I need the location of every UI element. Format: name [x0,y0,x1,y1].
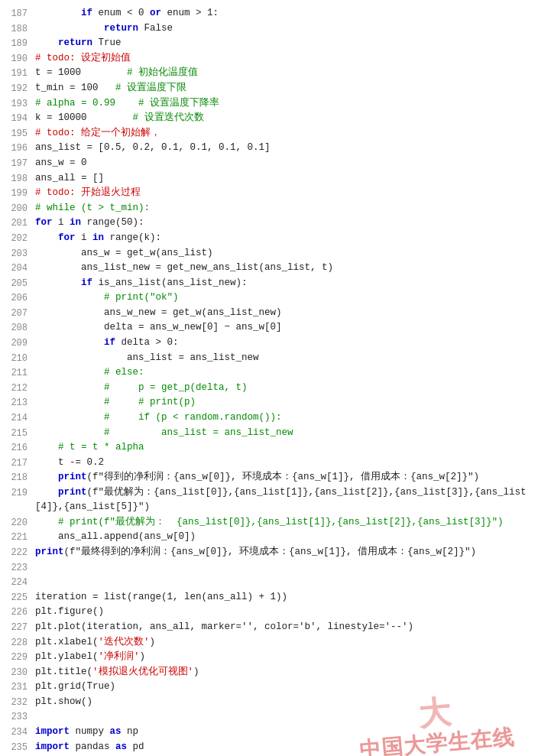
line-number: 227 [0,620,35,635]
line-code: print(f"得到的净利润：{ans_w[0]}, 环境成本：{ans_w[1… [35,470,535,485]
line-code: ans_w = get_w(ans_list) [35,246,535,261]
line-code: ans_w_new = get_w(ans_list_new) [35,306,535,320]
line-number: 222 [0,545,35,560]
code-line: 215 # ans_list = ans_list_new [0,426,535,441]
code-line: 197ans_w = 0 [0,156,535,171]
code-line: 192t_min = 100 # 设置温度下限 [0,81,535,96]
line-code: # alpha = 0.99 # 设置温度下降率 [35,96,535,111]
code-line: 196ans_list = [0.5, 0.2, 0.1, 0.1, 0.1, … [0,141,535,156]
line-code: ans_list = ans_list_new [35,351,535,365]
code-line: 188 return False [0,21,535,37]
code-line: 198ans_all = [] [0,171,535,187]
line-number: 218 [0,470,35,485]
line-number: 232 [0,695,35,710]
code-line: 223 [0,560,535,576]
code-line: 208 delta = ans_w_new[0] − ans_w[0] [0,320,535,336]
code-line: 218 print(f"得到的净利润：{ans_w[0]}, 环境成本：{ans… [0,470,535,485]
line-code: ans_w = 0 [35,156,535,170]
line-code: ans_all.append(ans_w[0]) [35,530,535,544]
code-line: 187 if enum < 0 or enum > 1: [0,6,535,21]
line-code: # print(f"最优解为： {ans_list[0]},{ans_list[… [35,515,535,530]
line-code: import numpy as np [35,725,535,739]
line-code: if delta > 0: [35,336,535,350]
line-number: 203 [0,246,35,261]
line-number: 229 [0,650,35,665]
line-code: t_min = 100 # 设置温度下限 [35,81,535,96]
line-code: plt.xlabel('迭代次数') [35,635,535,650]
line-number: 225 [0,590,35,605]
line-number: 209 [0,336,35,351]
line-number: 202 [0,231,35,246]
code-line: 193# alpha = 0.99 # 设置温度下降率 [0,96,535,112]
code-line: 233 [0,709,535,725]
line-number: 219 [0,485,35,501]
line-number: 191 [0,66,35,81]
line-code: plt.figure() [35,605,535,619]
code-line: 199# todo: 开始退火过程 [0,186,535,201]
line-number: 231 [0,680,35,695]
line-code: plt.grid(True) [35,680,535,694]
code-line: 211 # else: [0,365,535,381]
line-number: 206 [0,290,35,306]
line-code: delta = ans_w_new[0] − ans_w[0] [35,320,535,335]
line-code: # while (t > t_min): [35,201,535,216]
code-line: 201for i in range(50): [0,216,535,231]
code-line: 216 # t = t * alpha [0,440,535,456]
line-number: 188 [0,21,35,37]
code-line: 207 ans_w_new = get_w(ans_list_new) [0,306,535,321]
line-code [35,560,535,575]
code-line: 222print(f"最终得到的净利润：{ans_w[0]}, 环境成本：{an… [0,545,535,560]
line-number: 223 [0,560,35,576]
code-line: 221 ans_all.append(ans_w[0]) [0,530,535,545]
line-number: 190 [0,51,35,67]
line-code: return False [35,21,535,36]
line-number: 197 [0,156,35,171]
line-number: 235 [0,740,35,755]
line-number: 214 [0,410,35,426]
line-code: ans_list = [0.5, 0.2, 0.1, 0.1, 0.1, 0.1… [35,141,535,155]
line-code: k = 10000 # 设置迭代次数 [35,111,535,125]
line-number: 213 [0,395,35,410]
line-number: 228 [0,635,35,651]
line-number: 210 [0,351,35,366]
line-number: 211 [0,365,35,381]
line-number: 187 [0,6,35,21]
line-code: if is_ans_list(ans_list_new): [35,276,535,290]
line-code: for i in range(k): [35,231,535,245]
line-code: plt.title('模拟退火优化可视图') [35,665,535,680]
line-code: # ans_list = ans_list_new [35,426,535,440]
code-line: 212 # p = get_p(delta, t) [0,381,535,396]
line-number: 215 [0,426,35,441]
code-line: 204 ans_list_new = get_new_ans_list(ans_… [0,261,535,276]
code-editor: 187 if enum < 0 or enum > 1:188 return F… [0,0,535,756]
line-number: 195 [0,126,35,141]
line-code: if enum < 0 or enum > 1: [35,6,535,21]
line-number: 220 [0,515,35,530]
line-code: ans_all = [] [35,171,535,186]
line-code: t = 1000 # 初始化温度值 [35,66,535,80]
line-number: 193 [0,96,35,112]
line-code [35,575,535,589]
code-line: 225iteration = list(range(1, len(ans_all… [0,590,535,605]
line-code: # todo: 开始退火过程 [35,186,535,200]
code-line: 234import numpy as np [0,725,535,740]
line-number: 189 [0,36,35,51]
line-number: 200 [0,201,35,216]
line-number: 234 [0,725,35,740]
line-number: 217 [0,456,35,471]
code-line: 224 [0,575,535,590]
line-code: print(f"最优解为：{ans_list[0]},{ans_list[1]}… [35,485,535,515]
line-code: # todo: 给定一个初始解， [35,126,535,141]
code-line: 202 for i in range(k): [0,231,535,246]
line-code: plt.show() [35,695,535,709]
code-line: 191t = 1000 # 初始化温度值 [0,66,535,81]
line-number: 204 [0,261,35,276]
code-line: 203 ans_w = get_w(ans_list) [0,246,535,261]
code-line: 226plt.figure() [0,605,535,620]
line-code: print(f"最终得到的净利润：{ans_w[0]}, 环境成本：{ans_w… [35,545,535,560]
line-code: plt.plot(iteration, ans_all, marker='', … [35,620,535,634]
line-number: 230 [0,665,35,680]
code-line: 235import pandas as pd [0,740,535,755]
line-number: 226 [0,605,35,620]
line-number: 192 [0,81,35,96]
